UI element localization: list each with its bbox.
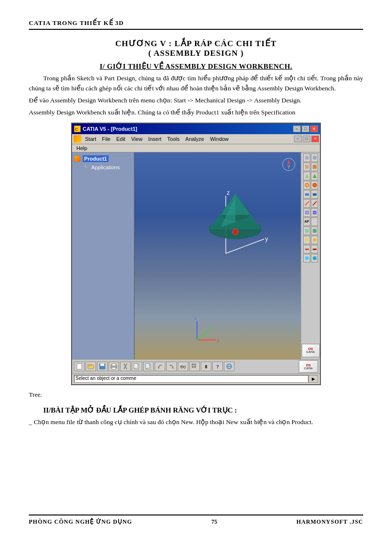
btool-num8[interactable]: 8 bbox=[201, 362, 211, 371]
svg-rect-46 bbox=[88, 364, 91, 366]
tree-label-product1: Product1 bbox=[83, 155, 109, 162]
svg-rect-61 bbox=[194, 364, 196, 365]
rtool-group11 bbox=[303, 245, 318, 253]
svg-rect-57 bbox=[146, 364, 149, 368]
svg-rect-62 bbox=[192, 366, 194, 368]
svg-rect-37 bbox=[313, 229, 317, 233]
tree-item-product1[interactable]: Product1 bbox=[74, 155, 132, 162]
product1-icon bbox=[74, 155, 81, 162]
app-min-button[interactable]: − bbox=[294, 136, 302, 142]
rtool-btn-1b[interactable] bbox=[311, 153, 318, 162]
menu-tools[interactable]: Tools bbox=[165, 136, 182, 142]
svg-rect-44 bbox=[77, 364, 82, 369]
rtool-btn-12b[interactable] bbox=[311, 254, 318, 263]
svg-marker-19 bbox=[287, 159, 290, 164]
rtool-btn-4a[interactable] bbox=[303, 181, 310, 189]
rtool-btn-6b[interactable] bbox=[311, 199, 318, 208]
btool-grid[interactable] bbox=[189, 362, 200, 371]
btool-save[interactable] bbox=[97, 362, 108, 371]
close-button[interactable]: ✕ bbox=[310, 126, 318, 132]
rtool-btn-3b[interactable] bbox=[311, 172, 318, 180]
rtool-btn-8b[interactable] bbox=[311, 217, 318, 226]
rtool-btn-4b[interactable] bbox=[311, 181, 318, 189]
svg-rect-50 bbox=[112, 364, 116, 366]
tree-item-applications[interactable]: └ Applications bbox=[84, 164, 132, 171]
rtool-btn-12a[interactable] bbox=[303, 254, 310, 263]
status-input[interactable]: Select an object or a comme bbox=[74, 375, 308, 383]
rtool-btn-5b[interactable] bbox=[311, 190, 318, 199]
menu-help[interactable]: Help bbox=[74, 145, 90, 151]
svg-point-21 bbox=[305, 156, 309, 160]
title-bar-controls[interactable]: − □ ✕ bbox=[293, 126, 318, 132]
footer-page-number: 75 bbox=[211, 518, 217, 526]
catia-icon: C bbox=[74, 126, 81, 132]
btool-cut[interactable] bbox=[120, 362, 131, 371]
btool-undo[interactable] bbox=[155, 362, 165, 371]
menu-analyze[interactable]: Analyze bbox=[183, 136, 207, 142]
btool-web[interactable] bbox=[224, 362, 234, 371]
svg-line-3 bbox=[226, 239, 264, 253]
tree-label-applications: Applications bbox=[90, 164, 121, 171]
help-menu-bar: Help bbox=[72, 144, 320, 152]
rtool-group10 bbox=[303, 236, 318, 244]
rtool-btn-3a[interactable] bbox=[303, 172, 310, 180]
svg-rect-55 bbox=[134, 364, 138, 368]
chapter-title-line1: CHƯƠNG V : LẮP RÁP CÁC CHI TIẾT bbox=[29, 38, 363, 49]
btool-page[interactable] bbox=[74, 362, 85, 371]
rtool-btn-11b[interactable] bbox=[311, 245, 318, 253]
main-content-area: Product1 └ Applications z y bbox=[72, 152, 320, 359]
svg-point-28 bbox=[313, 183, 317, 187]
btool-redo[interactable] bbox=[166, 362, 177, 371]
rtool-btn-6a[interactable] bbox=[303, 199, 310, 208]
menu-insert[interactable]: Insert bbox=[146, 136, 164, 142]
svg-rect-60 bbox=[192, 364, 194, 365]
app-max-button[interactable]: □ bbox=[303, 136, 310, 142]
menu-view[interactable]: View bbox=[129, 136, 145, 142]
svg-line-32 bbox=[313, 201, 317, 205]
app-close-button[interactable]: ✕ bbox=[311, 136, 319, 142]
svg-point-27 bbox=[305, 183, 309, 187]
rtool-btn-1a[interactable] bbox=[303, 153, 310, 162]
title-bar-left: C CATIA V5 - [Product1] bbox=[74, 126, 137, 132]
menu-window[interactable]: Window bbox=[208, 136, 231, 142]
minimize-button[interactable]: − bbox=[293, 126, 301, 132]
btool-func[interactable]: f(x) bbox=[178, 362, 188, 371]
viewport: z y bbox=[135, 152, 301, 359]
btool-print[interactable] bbox=[109, 362, 119, 371]
svg-marker-38 bbox=[305, 238, 309, 242]
svg-text:x: x bbox=[217, 338, 220, 343]
btool-copy[interactable] bbox=[132, 362, 142, 371]
rtool-btn-9b[interactable] bbox=[311, 226, 318, 235]
footer-right: HARMONYSOFT .JSC bbox=[296, 518, 363, 526]
btool-help[interactable]: ? bbox=[212, 362, 223, 371]
svg-point-10 bbox=[233, 229, 238, 235]
svg-point-43 bbox=[313, 256, 317, 260]
menu-bar: Start File Edit View Insert Tools Analyz… bbox=[72, 134, 320, 144]
rtool-btn-8a[interactable]: AP bbox=[303, 217, 310, 226]
rtool-btn-2a[interactable] bbox=[303, 163, 310, 171]
rtool-btn-10a[interactable] bbox=[303, 236, 310, 244]
chapter-heading: CHƯƠNG V : LẮP RÁP CÁC CHI TIẾT ( ASSEMB… bbox=[29, 38, 363, 58]
menu-file[interactable]: File bbox=[99, 136, 113, 142]
catia-bottom-logo: DS CATIA bbox=[299, 360, 318, 373]
svg-rect-24 bbox=[313, 165, 317, 169]
rtool-btn-9a[interactable] bbox=[303, 226, 310, 235]
svg-line-31 bbox=[305, 201, 309, 205]
rtool-group7 bbox=[303, 208, 318, 217]
menu-start[interactable]: Start bbox=[83, 136, 98, 142]
btool-paste[interactable] bbox=[143, 362, 154, 371]
rtool-btn-7b[interactable] bbox=[311, 208, 318, 217]
menu-edit[interactable]: Edit bbox=[114, 136, 128, 142]
rtool-btn-7a[interactable] bbox=[303, 208, 310, 217]
status-bar: Select an object or a comme ▶ bbox=[72, 374, 320, 384]
rtool-btn-2b[interactable] bbox=[311, 163, 318, 171]
svg-point-42 bbox=[305, 256, 309, 260]
maximize-button[interactable]: □ bbox=[302, 126, 309, 132]
status-scroll[interactable]: ▶ bbox=[308, 375, 318, 383]
rtool-btn-10b[interactable] bbox=[311, 236, 318, 244]
section1-heading: I/ GIỚI THIỆU VỀ ASSEMBLY DESIGN WORKBEN… bbox=[29, 62, 363, 71]
rtool-btn-5a[interactable] bbox=[303, 190, 310, 199]
rtool-btn-11a[interactable] bbox=[303, 245, 310, 253]
rtool-group2 bbox=[303, 163, 318, 171]
btool-open[interactable] bbox=[86, 362, 96, 371]
